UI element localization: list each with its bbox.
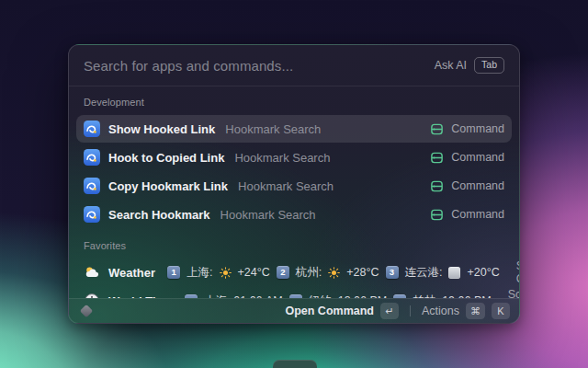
item-subtitle: Hookmark Search xyxy=(234,151,330,165)
launcher-window: Ask AI Tab Development Show Hooked Link … xyxy=(68,44,520,324)
item-type: Script Command xyxy=(508,288,519,298)
actions-button[interactable]: Actions ⌘ K xyxy=(422,303,510,319)
return-key-icon: ↵ xyxy=(380,303,399,319)
open-command-label: Open Command xyxy=(285,305,374,317)
results-list: Development Show Hooked Link Hookmark Se… xyxy=(69,86,519,298)
weather-icon xyxy=(84,264,100,281)
weather-city-label: 上海: xyxy=(187,265,212,281)
sun-icon xyxy=(220,267,232,279)
fog-icon xyxy=(448,267,460,279)
command-icon xyxy=(430,179,444,193)
raycast-logo-icon xyxy=(80,305,93,317)
footer-bar: Open Command ↵ Actions ⌘ K xyxy=(69,298,519,323)
hookmark-app-icon xyxy=(84,121,100,137)
weather-temp: +28°C xyxy=(346,266,379,279)
item-title: Search Hookmark xyxy=(108,208,210,222)
command-icon xyxy=(430,122,444,136)
keycap-2-icon: 2 xyxy=(277,266,289,279)
hookmark-app-icon xyxy=(84,178,100,194)
hookmark-app-icon xyxy=(84,149,100,166)
tab-key-badge: Tab xyxy=(474,57,504,74)
item-type: Command xyxy=(451,208,504,221)
list-item-weather[interactable]: Weather 1 上海: +24°C 2 杭州: xyxy=(76,259,512,286)
list-item-hook-to-copied-link[interactable]: Hook to Copied Link Hookmark Search Comm… xyxy=(76,144,512,171)
hookmark-app-icon xyxy=(84,206,100,223)
item-type: Script Command xyxy=(516,259,519,285)
weather-temp: +24°C xyxy=(238,266,270,279)
item-subtitle: Hookmark Search xyxy=(225,122,321,136)
footer-divider xyxy=(410,305,411,316)
item-subtitle: Hookmark Search xyxy=(220,208,316,222)
item-type: Command xyxy=(451,151,504,164)
item-type: Command xyxy=(451,122,504,135)
open-command-button[interactable]: Open Command ↵ xyxy=(285,303,399,319)
item-title: Copy Hookmark Link xyxy=(108,179,228,193)
k-key-icon: K xyxy=(492,303,510,319)
weather-city-label: 连云港: xyxy=(405,265,443,281)
command-icon xyxy=(430,151,444,165)
ask-ai-label: Ask AI xyxy=(435,59,467,72)
keycap-3-icon: 3 xyxy=(386,266,399,279)
sun-icon xyxy=(328,267,340,279)
command-key-icon: ⌘ xyxy=(466,303,485,319)
list-item-search-hookmark[interactable]: Search Hookmark Hookmark Search Command xyxy=(76,201,512,228)
command-icon xyxy=(430,208,444,222)
ask-ai-button[interactable]: Ask AI Tab xyxy=(435,57,504,74)
list-item-copy-hookmark-link[interactable]: Copy Hookmark Link Hookmark Search Comma… xyxy=(76,172,512,200)
item-title: Weather xyxy=(108,266,155,280)
search-bar: Ask AI Tab xyxy=(69,45,519,86)
weather-city-label: 杭州: xyxy=(296,265,322,281)
section-header-favorites: Favorites xyxy=(76,234,512,259)
actions-label: Actions xyxy=(422,305,459,317)
item-title: Hook to Copied Link xyxy=(108,151,224,165)
item-type: Command xyxy=(451,179,504,192)
keycap-1-icon: 1 xyxy=(167,266,180,279)
weather-accessories: 1 上海: +24°C 2 杭州: xyxy=(167,265,500,281)
section-header-development: Development xyxy=(76,90,512,115)
list-item-show-hooked-link[interactable]: Show Hooked Link Hookmark Search Command xyxy=(76,115,512,143)
background-window-peek[interactable] xyxy=(273,360,317,368)
search-input[interactable] xyxy=(84,58,425,74)
list-item-world-time[interactable]: World Time 1 上海: 01:06 AM 2 纽约: 13:06 PM… xyxy=(76,287,512,298)
item-title: Show Hooked Link xyxy=(108,122,215,136)
weather-temp: +20°C xyxy=(467,266,499,279)
item-subtitle: Hookmark Search xyxy=(238,179,334,193)
